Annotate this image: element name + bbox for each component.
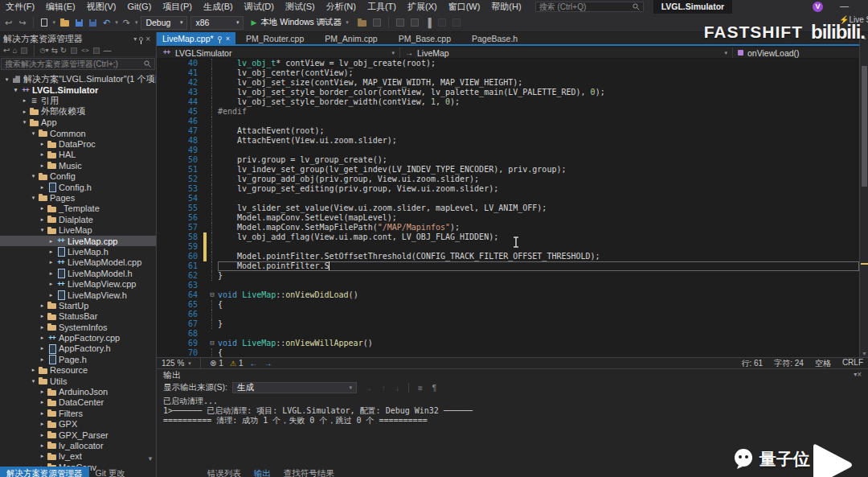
code-line[interactable]: 49 xyxy=(157,146,859,155)
tree-row[interactable]: ▸Config.h xyxy=(0,182,156,192)
tree-row[interactable]: ▾++LVGL.Simulator xyxy=(0,84,156,95)
pin-icon[interactable] xyxy=(218,36,222,40)
document-tab[interactable]: PM_Router.cpp xyxy=(235,32,314,44)
columns-icon[interactable] xyxy=(452,19,461,27)
line-number[interactable]: 43 xyxy=(157,88,203,97)
quick-search-box[interactable]: 搜索 (Ctrl+Q) xyxy=(535,2,644,12)
fold-margin[interactable] xyxy=(207,175,218,184)
code-line[interactable]: 58 lv_obj_add_flag(View.ui.map.cont, LV_… xyxy=(157,232,859,242)
tree-row[interactable]: ▾Utils xyxy=(0,376,156,386)
code-line[interactable]: 66 xyxy=(157,310,859,319)
home-icon[interactable]: ⌂ xyxy=(12,46,17,56)
tree-row[interactable]: ▾Pages xyxy=(0,192,156,203)
fold-margin[interactable] xyxy=(207,78,218,88)
line-number[interactable]: 62 xyxy=(157,271,203,281)
navigate-forward-icon[interactable]: ↪ xyxy=(17,16,27,29)
code-text[interactable]: priv.group = lv_group_create(); xyxy=(218,155,859,165)
fold-margin[interactable] xyxy=(207,261,218,271)
tree-expander-icon[interactable]: ▸ xyxy=(38,302,47,309)
tree-expander-icon[interactable]: ▸ xyxy=(38,399,47,405)
list-icon[interactable] xyxy=(411,19,419,27)
code-text[interactable]: AttachEvent(View.ui.zoom.slider); xyxy=(218,136,859,146)
sync-with-active-document-icon[interactable]: ⇆ xyxy=(51,46,57,56)
code-text[interactable]: lv_group_add_obj(priv.group, View.ui.zoo… xyxy=(218,175,859,184)
chevron-down-icon[interactable]: ▾ xyxy=(131,35,139,43)
code-text[interactable]: Model.pointFilter.S xyxy=(218,261,859,271)
fold-margin[interactable] xyxy=(207,194,218,204)
warning-indicator[interactable]: ⚠ 1 xyxy=(230,359,244,368)
tree-expander-icon[interactable]: ▾ xyxy=(20,119,29,125)
tree-row[interactable]: ▸++LiveMapModel.cpp xyxy=(0,257,156,268)
fold-margin[interactable] xyxy=(207,165,218,175)
tree-expander-icon[interactable]: ▸ xyxy=(38,442,47,449)
pending-changes-filter-icon[interactable]: ◷▾ xyxy=(39,46,48,56)
code-line[interactable]: 70{ xyxy=(157,348,859,357)
fold-margin[interactable] xyxy=(207,117,218,126)
line-number[interactable]: 40 xyxy=(157,59,203,68)
fold-margin[interactable] xyxy=(207,242,218,252)
tree-row[interactable]: ▸lv_allocator xyxy=(0,440,156,450)
pencil-icon[interactable] xyxy=(396,19,404,27)
undo-icon[interactable]: ↶ xyxy=(101,16,112,29)
tree-row[interactable]: ▸DataCenter xyxy=(0,397,156,408)
document-tab[interactable]: PM_Anim.cpp xyxy=(314,32,387,44)
tree-expander-icon[interactable]: ▸ xyxy=(47,238,55,245)
tree-row[interactable]: ▸外部依赖项 xyxy=(0,106,156,117)
zoom-select[interactable]: 125 % ▾ xyxy=(162,359,191,368)
collapse-icon[interactable]: — xyxy=(104,46,112,56)
line-number[interactable]: 64 xyxy=(157,290,203,300)
tree-expander-icon[interactable]: ▸ xyxy=(38,432,47,438)
fold-margin[interactable] xyxy=(207,88,218,97)
tree-row[interactable]: ▾Common xyxy=(0,128,156,138)
code-text[interactable]: #endif xyxy=(218,107,859,117)
tree-expander-icon[interactable]: ▾ xyxy=(29,173,38,179)
line-number[interactable]: 67 xyxy=(157,319,203,329)
tree-expander-icon[interactable]: ▸ xyxy=(47,259,55,265)
save-icon[interactable] xyxy=(76,19,83,27)
goto-message-icon[interactable]: → xyxy=(362,384,375,393)
tool-window-tab[interactable]: 错误列表 xyxy=(201,467,248,477)
scroll-down-icon[interactable]: ▼ xyxy=(860,351,868,356)
back-icon[interactable]: ↩ xyxy=(3,46,10,56)
redo-icon[interactable]: ↷ xyxy=(121,16,132,29)
menu-item[interactable]: 项目(P) xyxy=(157,0,198,14)
line-number[interactable]: 69 xyxy=(157,339,203,348)
line-number[interactable]: 57 xyxy=(157,223,203,232)
tree-expander-icon[interactable]: ▸ xyxy=(38,162,47,169)
menu-item[interactable]: 调试(D) xyxy=(239,0,280,14)
line-number[interactable]: 48 xyxy=(157,136,203,146)
line-number[interactable]: 59 xyxy=(157,242,203,252)
line-number[interactable]: 56 xyxy=(157,213,203,223)
code-text[interactable]: Model.mapConv.SetMapFilePath("/MAP/Mapin… xyxy=(218,223,859,232)
code-text[interactable]: } xyxy=(218,319,859,329)
code-text[interactable]: lv_obj_set_size(contView, MAP_VIEW_WIDTH… xyxy=(218,78,859,88)
tree-row[interactable]: ▸LiveMapModel.h xyxy=(0,268,156,278)
start-debugging-button[interactable]: ▶ 本地 Windows 调试器 ▾ xyxy=(247,17,352,28)
menu-item[interactable]: 编辑(E) xyxy=(40,0,81,14)
fold-margin[interactable] xyxy=(207,348,218,357)
tree-row[interactable]: ▸SystemInfos xyxy=(0,322,156,332)
code-line[interactable]: 67} xyxy=(157,319,859,329)
tree-row[interactable]: ▸LiveMapView.h xyxy=(0,290,156,300)
tree-row[interactable]: ▸++LiveMapView.cpp xyxy=(0,278,156,289)
tree-expander-icon[interactable]: ▸ xyxy=(38,313,47,319)
line-number[interactable]: 58 xyxy=(157,232,203,242)
fold-margin[interactable] xyxy=(207,68,218,78)
output-log[interactable]: 已启动清理...1>────── 已启动清理: 项目: LVGL.Simulat… xyxy=(157,395,868,427)
close-icon[interactable]: × xyxy=(857,370,862,380)
code-text[interactable]: lv_obj_t* contView = lv_obj_create(root)… xyxy=(218,59,859,68)
line-number[interactable]: 49 xyxy=(157,146,203,155)
fold-margin[interactable] xyxy=(207,107,218,117)
code-line[interactable]: 65{ xyxy=(157,300,859,310)
tree-row[interactable]: ▸_Template xyxy=(0,204,156,214)
code-line[interactable]: 56 Model.mapConv.SetLevel(mapLevel); xyxy=(157,213,859,223)
close-icon[interactable]: × xyxy=(226,35,230,43)
line-number[interactable]: 45 xyxy=(157,107,203,117)
tree-expander-icon[interactable]: ▾ xyxy=(2,76,11,83)
tree-expander-icon[interactable]: ▾ xyxy=(29,195,38,201)
navigate-back-icon[interactable]: ↩ xyxy=(3,16,14,29)
line-number[interactable]: 55 xyxy=(157,204,203,213)
menu-item[interactable]: 工具(T) xyxy=(362,0,402,14)
code-line[interactable]: 43 lv_obj_set_style_border_color(contVie… xyxy=(157,88,859,97)
tool-window-tab[interactable]: 输出 xyxy=(248,467,277,477)
